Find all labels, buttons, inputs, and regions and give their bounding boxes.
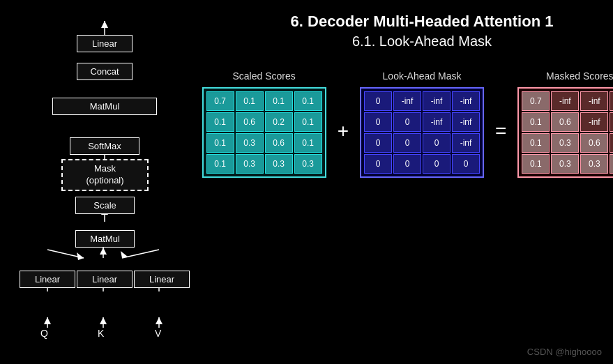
- mask-1-2: -inf: [423, 112, 451, 132]
- masked-scores-matrix: 0.7 -inf -inf -inf 0.1 0.6 -inf -inf 0.1…: [517, 87, 613, 178]
- mask-3-1: 0: [393, 154, 421, 174]
- svg-marker-17: [121, 251, 128, 258]
- result-1-3: -inf: [610, 112, 613, 132]
- cell-1-2: 0.2: [265, 112, 293, 132]
- scaled-scores-label: Scaled Scores: [233, 70, 296, 82]
- matmul-bottom-node: MatMul: [75, 230, 135, 248]
- equals-operator: =: [495, 120, 506, 142]
- result-2-2: 0.6: [580, 133, 608, 153]
- linear-v-node: Linear: [134, 271, 190, 288]
- mask-0-0: 0: [364, 91, 392, 111]
- cell-3-2: 0.3: [265, 154, 293, 174]
- cell-3-0: 0.1: [206, 154, 234, 174]
- svg-line-12: [47, 250, 84, 258]
- cell-1-1: 0.6: [236, 112, 264, 132]
- mask-1-3: -inf: [452, 112, 480, 132]
- scaled-scores-matrix: 0.7 0.1 0.1 0.1 0.1 0.6 0.2 0.1 0.1 0.3 …: [202, 87, 326, 178]
- cell-1-3: 0.1: [294, 112, 322, 132]
- cell-2-1: 0.3: [236, 133, 264, 153]
- svg-marker-29: [156, 317, 162, 324]
- result-1-2: -inf: [580, 112, 608, 132]
- result-1-1: 0.6: [551, 112, 579, 132]
- sub-title: 6.1. Look-Ahead Mask: [237, 33, 607, 50]
- mask-2-3: -inf: [452, 133, 480, 153]
- cell-2-2: 0.6: [265, 133, 293, 153]
- result-0-0: 0.7: [522, 91, 550, 111]
- left-diagram: Linear Concat MatMul SoftMax Mask(option…: [0, 0, 209, 364]
- result-3-3: 0.3: [610, 154, 613, 174]
- result-3-2: 0.3: [580, 154, 608, 174]
- svg-marker-1: [101, 21, 108, 28]
- result-1-0: 0.1: [522, 112, 550, 132]
- masked-scores-wrapper: Masked Scores 0.7 -inf -inf -inf 0.1 0.6…: [517, 70, 613, 178]
- look-ahead-label: Look-Ahead Mask: [383, 70, 462, 82]
- plus-operator: +: [338, 120, 349, 142]
- result-0-3: -inf: [610, 91, 613, 111]
- mask-node: Mask(optional): [61, 159, 149, 191]
- result-2-1: 0.3: [551, 133, 579, 153]
- cell-2-3: 0.1: [294, 133, 322, 153]
- main-title: 6. Decoder Multi-Headed Attention 1: [237, 13, 607, 31]
- mask-2-1: 0: [393, 133, 421, 153]
- mask-0-3: -inf: [452, 91, 480, 111]
- cell-1-0: 0.1: [206, 112, 234, 132]
- look-ahead-mask-matrix: 0 -inf -inf -inf 0 0 -inf -inf 0 0 0 -in…: [360, 87, 484, 178]
- q-label: Q: [40, 328, 48, 339]
- result-0-2: -inf: [580, 91, 608, 111]
- mask-1-0: 0: [364, 112, 392, 132]
- mask-3-0: 0: [364, 154, 392, 174]
- look-ahead-mask-wrapper: Look-Ahead Mask 0 -inf -inf -inf 0 0 -in…: [360, 70, 484, 178]
- cell-3-3: 0.3: [294, 154, 322, 174]
- watermark: CSDN @highoooo: [527, 347, 602, 357]
- linear-k-node: Linear: [77, 271, 133, 288]
- result-3-0: 0.1: [522, 154, 550, 174]
- svg-marker-27: [100, 317, 107, 324]
- mask-0-2: -inf: [423, 91, 451, 111]
- k-label: K: [98, 328, 104, 339]
- right-content: 6. Decoder Multi-Headed Attention 1 6.1.…: [237, 0, 607, 364]
- svg-marker-15: [100, 248, 107, 255]
- result-2-3: -inf: [610, 133, 613, 153]
- linear-q-node: Linear: [20, 271, 75, 288]
- result-3-1: 0.3: [551, 154, 579, 174]
- mask-2-2: 0: [423, 133, 451, 153]
- scale-node: Scale: [75, 197, 135, 214]
- mask-label: Mask(optional): [86, 163, 123, 185]
- result-2-0: 0.1: [522, 133, 550, 153]
- mask-0-1: -inf: [393, 91, 421, 111]
- concat-node: Concat: [77, 63, 133, 80]
- cell-3-1: 0.3: [236, 154, 264, 174]
- result-0-1: -inf: [551, 91, 579, 111]
- svg-marker-25: [44, 317, 51, 324]
- mask-3-2: 0: [423, 154, 451, 174]
- cell-0-3: 0.1: [294, 91, 322, 111]
- cell-2-0: 0.1: [206, 133, 234, 153]
- masked-scores-label: Masked Scores: [546, 70, 613, 82]
- mask-1-1: 0: [393, 112, 421, 132]
- svg-line-16: [122, 250, 159, 258]
- cell-0-0: 0.7: [206, 91, 234, 111]
- linear-top-node: Linear: [77, 35, 133, 52]
- title-area: 6. Decoder Multi-Headed Attention 1 6.1.…: [237, 0, 607, 50]
- scaled-scores-wrapper: Scaled Scores 0.7 0.1 0.1 0.1 0.1 0.6 0.…: [202, 70, 326, 178]
- cell-0-1: 0.1: [236, 91, 264, 111]
- matmul-top-node: MatMul: [52, 98, 157, 115]
- cell-0-2: 0.1: [265, 91, 293, 111]
- mask-3-3: 0: [452, 154, 480, 174]
- v-label: V: [155, 328, 161, 339]
- matrix-section: Scaled Scores 0.7 0.1 0.1 0.1 0.1 0.6 0.…: [237, 70, 607, 178]
- svg-marker-13: [77, 252, 84, 260]
- mask-2-0: 0: [364, 133, 392, 153]
- softmax-node: SoftMax: [70, 137, 139, 155]
